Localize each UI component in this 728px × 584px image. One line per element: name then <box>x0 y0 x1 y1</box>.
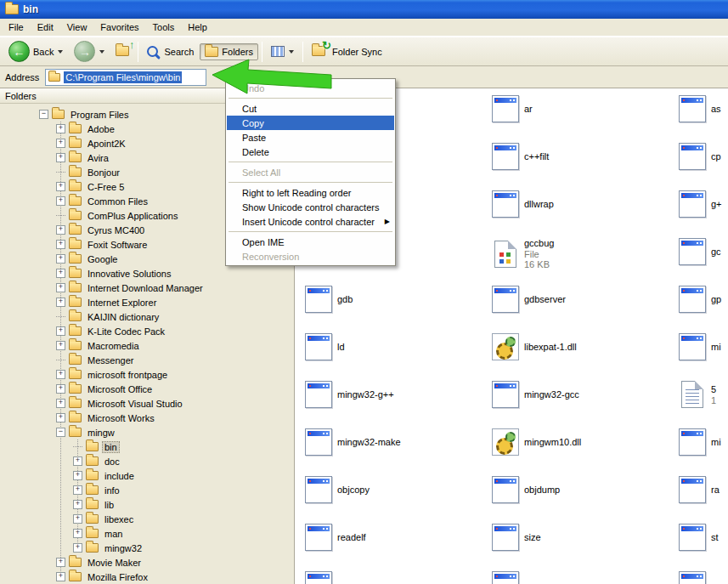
expand-icon[interactable]: + <box>56 269 65 278</box>
file-tile-mingw32-gcc[interactable]: mingw32-gcc <box>492 381 675 408</box>
expand-icon[interactable]: + <box>56 341 65 350</box>
expand-icon[interactable]: + <box>56 225 65 235</box>
forward-dropdown-icon[interactable] <box>99 50 104 54</box>
file-tile-gccbug[interactable]: gccbugFile16 KB <box>492 238 675 269</box>
tree-item-info[interactable]: +info <box>0 483 294 497</box>
expand-icon[interactable]: + <box>56 139 65 148</box>
tree-item-microsoft-works[interactable]: +Microsoft Works <box>0 411 294 425</box>
views-button[interactable] <box>266 43 299 60</box>
expand-icon[interactable]: + <box>56 153 65 162</box>
file-tile[interactable] <box>679 571 728 584</box>
file-tile-gp[interactable]: gp <box>679 286 728 313</box>
menu-file[interactable]: File <box>2 20 31 35</box>
collapse-icon[interactable]: − <box>39 110 48 119</box>
expand-icon[interactable]: + <box>73 543 82 553</box>
context-menu-item-insert-unicode-control-character[interactable]: Insert Unicode control character▶ <box>227 214 394 229</box>
up-button[interactable]: ↑ <box>110 43 134 61</box>
file-tile-readelf[interactable]: readelf <box>305 524 488 551</box>
file-tile-mingwm10-dll[interactable]: mingwm10.dll <box>492 428 675 456</box>
tree-item-movie-maker[interactable]: +Movie Maker <box>0 555 294 570</box>
file-tile-gdb[interactable]: gdb <box>305 286 488 313</box>
tree-item-mozilla-firefox[interactable]: +Mozilla Firefox <box>0 570 294 584</box>
context-menu-item-copy[interactable]: Copy <box>227 116 394 130</box>
file-tile-as[interactable]: as <box>679 95 728 122</box>
context-menu-item-show-unicode-control-characters[interactable]: Show Unicode control characters <box>227 200 394 214</box>
file-tile-ra[interactable]: ra <box>679 476 728 503</box>
file-tile-dllwrap[interactable]: dllwrap <box>492 190 675 218</box>
views-dropdown-icon[interactable] <box>289 50 294 54</box>
file-tile-c-filt[interactable]: c++filt <box>492 143 675 170</box>
expand-icon[interactable]: + <box>56 240 65 249</box>
tree-item-microsoft-frontpage[interactable]: +microsoft frontpage <box>0 367 294 382</box>
expand-icon[interactable]: + <box>73 500 82 509</box>
menu-favorites[interactable]: Favorites <box>93 20 145 35</box>
title-bar[interactable]: bin <box>0 0 728 19</box>
back-dropdown-icon[interactable] <box>58 50 63 54</box>
folders-button[interactable]: Folders <box>200 43 258 60</box>
expand-icon[interactable]: + <box>56 384 65 394</box>
expand-icon[interactable]: + <box>56 572 65 581</box>
tree-item-mingw32[interactable]: +mingw32 <box>0 541 294 555</box>
expand-icon[interactable]: + <box>56 558 65 567</box>
expand-icon[interactable]: + <box>73 456 82 466</box>
tree-item-doc[interactable]: +doc <box>0 454 294 468</box>
tree-item-include[interactable]: +include <box>0 468 294 483</box>
file-tile-ar[interactable]: ar <box>492 95 675 122</box>
tree-item-libexec[interactable]: +libexec <box>0 512 294 526</box>
address-combo[interactable]: C:\Program Files\mingw\bin <box>45 69 206 86</box>
file-tile-st[interactable]: st <box>679 524 728 551</box>
file-tile-size[interactable]: size <box>492 524 675 551</box>
tree-item-macromedia[interactable]: +Macromedia <box>0 338 294 353</box>
expand-icon[interactable]: + <box>73 485 82 495</box>
tree-item-internet-explorer[interactable]: +Internet Explorer <box>0 295 294 309</box>
file-tile-gc[interactable]: gc <box>679 238 728 265</box>
tree-item-mingw[interactable]: −mingw <box>0 425 294 439</box>
tree-item-microsoft-visual-studio[interactable]: +Microsoft Visual Studio <box>0 396 294 411</box>
expand-icon[interactable]: + <box>56 254 65 264</box>
menu-help[interactable]: Help <box>181 20 214 35</box>
file-tile-gdbserver[interactable]: gdbserver <box>492 286 675 313</box>
menu-view[interactable]: View <box>60 20 94 35</box>
context-menu-item-delete[interactable]: Delete <box>227 145 394 159</box>
tree-item-innovative-solutions[interactable]: +Innovative Solutions <box>0 266 294 281</box>
tree-item-microsoft-office[interactable]: +Microsoft Office <box>0 382 294 396</box>
expand-icon[interactable]: + <box>56 196 65 206</box>
expand-icon[interactable]: + <box>73 471 82 480</box>
file-tile-mi[interactable]: mi <box>679 428 728 456</box>
expand-icon[interactable]: + <box>56 370 65 379</box>
file-tile-mi[interactable]: mi <box>679 333 728 360</box>
expand-icon[interactable]: + <box>56 182 65 191</box>
expand-icon[interactable]: + <box>56 399 65 408</box>
context-menu-item-open-ime[interactable]: Open IME <box>227 235 394 249</box>
search-button[interactable]: Search <box>142 43 199 60</box>
expand-icon[interactable]: + <box>73 514 82 524</box>
file-tile-ld[interactable]: ld <box>305 333 488 360</box>
file-tile-mingw32-g[interactable]: mingw32-g++ <box>305 381 488 408</box>
context-menu-item-paste[interactable]: Paste <box>227 130 394 145</box>
context-menu-item-right-to-left-reading-order[interactable]: Right to left Reading order <box>227 185 394 200</box>
file-tile[interactable] <box>492 571 675 584</box>
file-tile-g[interactable]: g+ <box>679 190 728 218</box>
expand-icon[interactable]: + <box>56 283 65 292</box>
expand-icon[interactable]: + <box>73 529 82 538</box>
context-menu-item-cut[interactable]: Cut <box>227 101 394 116</box>
tree-item-bin[interactable]: bin <box>0 439 294 454</box>
expand-icon[interactable]: + <box>56 413 65 422</box>
tree-item-lib[interactable]: +lib <box>0 497 294 512</box>
expand-icon[interactable]: + <box>56 326 65 336</box>
file-tile-mingw32-make[interactable]: mingw32-make <box>305 428 488 456</box>
tree-item-man[interactable]: +man <box>0 526 294 541</box>
file-tile-libexpat-1-dll[interactable]: libexpat-1.dll <box>492 333 675 360</box>
address-text[interactable]: C:\Program Files\mingw\bin <box>64 71 182 83</box>
back-button[interactable]: ← Back <box>3 37 68 65</box>
menu-tools[interactable]: Tools <box>146 20 182 35</box>
file-tile-cp[interactable]: cp <box>679 143 728 170</box>
tree-item-k-lite-codec-pack[interactable]: +K-Lite Codec Pack <box>0 324 294 338</box>
expand-icon[interactable]: + <box>56 124 65 133</box>
file-tile-5[interactable]: 51 <box>679 381 728 408</box>
file-tile-objdump[interactable]: objdump <box>492 476 675 503</box>
menu-edit[interactable]: Edit <box>31 20 60 35</box>
tree-item-internet-download-manager[interactable]: +Internet Download Manager <box>0 281 294 295</box>
folder-sync-button[interactable]: ↻ Folder Sync <box>307 43 387 61</box>
expand-icon[interactable]: + <box>56 298 65 307</box>
